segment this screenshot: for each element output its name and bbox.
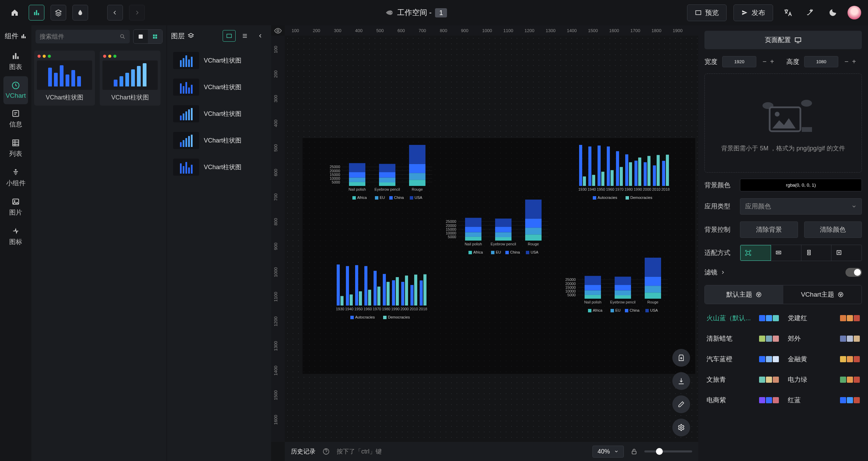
collapse-layer-panel-icon[interactable] <box>254 30 267 42</box>
svg-text:20000: 20000 <box>565 282 576 286</box>
layer-view-card[interactable] <box>223 30 236 42</box>
theme-党建红[interactable]: 党建红 <box>786 310 862 327</box>
clear-color-button[interactable]: 清除颜色 <box>804 221 862 238</box>
language-icon[interactable] <box>780 5 796 21</box>
bg-upload-zone[interactable]: 背景图需小于 5M ，格式为 png/jpg/gif 的文件 <box>704 73 862 173</box>
export-icon[interactable] <box>672 349 690 367</box>
zoom-slider[interactable] <box>644 450 692 452</box>
category-VChart[interactable]: VChart <box>3 76 28 104</box>
width-dec[interactable]: − <box>761 57 768 67</box>
canvas-chart-bar-stacked-3[interactable]: 500010000150002000025000Nail polishEyebr… <box>562 254 678 323</box>
clear-bg-button[interactable]: 清除背景 <box>740 221 798 238</box>
home-icon[interactable] <box>7 5 23 21</box>
category-小组件[interactable]: 小组件 <box>3 163 28 192</box>
layer-item[interactable]: VChart柱状图 <box>170 128 268 152</box>
magic-icon[interactable] <box>802 5 818 21</box>
visibility-icon[interactable] <box>274 27 282 35</box>
svg-rect-87 <box>526 251 529 254</box>
svg-rect-44 <box>409 173 425 180</box>
fit-mode-3[interactable] <box>801 245 832 261</box>
theme-汽车蓝橙[interactable]: 汽车蓝橙 <box>704 351 781 368</box>
canvas[interactable]: 500010000150002000025000Nail polishEyebr… <box>285 36 698 442</box>
layer-item[interactable]: VChart柱状图 <box>170 155 268 179</box>
svg-rect-100 <box>585 290 601 295</box>
svg-rect-188 <box>626 196 629 200</box>
theme-清新蜡笔[interactable]: 清新蜡笔 <box>704 330 781 347</box>
theme-文旅青[interactable]: 文旅青 <box>704 371 781 388</box>
canvas-chart-bar-years-2[interactable]: 1930194019501960197019801990200020102018… <box>565 141 682 210</box>
zoom-select[interactable]: 40% <box>592 446 624 458</box>
theme-电商紫[interactable]: 电商紫 <box>704 392 781 409</box>
svg-point-22 <box>277 30 279 32</box>
preview-button[interactable]: 预览 <box>687 4 727 21</box>
height-dec[interactable]: − <box>843 57 850 67</box>
layer-item[interactable]: VChart柱状图 <box>170 49 268 72</box>
width-inc[interactable]: + <box>769 57 775 67</box>
layer-item[interactable]: VChart柱状图 <box>170 75 268 99</box>
fit-mode-1[interactable] <box>740 245 771 261</box>
svg-rect-71 <box>495 237 512 241</box>
theme-toggle-icon[interactable] <box>825 5 841 21</box>
edit-icon[interactable] <box>672 395 690 413</box>
lock-icon[interactable] <box>631 448 638 455</box>
view-single-icon[interactable] <box>134 30 148 43</box>
svg-text:1940: 1940 <box>345 307 353 311</box>
canvas-chart-bar-stacked-2[interactable]: 500010000150002000025000Nail polishEyebr… <box>443 196 559 265</box>
publish-button[interactable]: 发布 <box>733 4 773 21</box>
category-图标[interactable]: 图标 <box>3 222 28 251</box>
droplet-icon[interactable] <box>72 5 88 21</box>
category-列表[interactable]: 列表 <box>3 134 28 163</box>
svg-rect-154 <box>383 316 387 319</box>
help-icon[interactable] <box>322 448 330 455</box>
layer-item[interactable]: VChart柱状图 <box>170 102 268 126</box>
fit-mode-4[interactable] <box>831 245 862 261</box>
fit-mode-2[interactable] <box>771 245 801 261</box>
height-inc[interactable]: + <box>851 57 857 67</box>
theme-火山蓝（默认...[interactable]: 火山蓝（默认... <box>704 310 781 327</box>
theme-金融黄[interactable]: 金融黄 <box>786 351 862 368</box>
svg-rect-34 <box>349 178 365 182</box>
avatar[interactable] <box>848 6 861 19</box>
filter-label[interactable]: 滤镜 <box>704 268 726 277</box>
category-图片[interactable]: 图片 <box>3 192 28 222</box>
search-input[interactable]: 搜索组件 <box>36 30 130 43</box>
height-input[interactable] <box>804 56 838 67</box>
svg-text:Nail polish: Nail polish <box>349 187 366 191</box>
svg-rect-175 <box>638 158 641 186</box>
undo-icon[interactable] <box>107 5 123 21</box>
filter-switch[interactable] <box>845 268 862 277</box>
component-card[interactable]: VChart柱状图 <box>100 51 160 106</box>
app-type-label: 应用类型 <box>704 202 734 211</box>
theme-电力绿[interactable]: 电力绿 <box>786 371 862 388</box>
bar-chart-icon[interactable] <box>29 5 44 21</box>
svg-rect-50 <box>375 196 378 200</box>
svg-point-206 <box>758 295 759 296</box>
svg-rect-35 <box>349 172 365 178</box>
view-grid-icon[interactable] <box>148 30 162 43</box>
category-信息[interactable]: 信息 <box>3 104 28 134</box>
category-图表[interactable]: 图表 <box>3 47 28 76</box>
canvas-chart-bar-stacked-1[interactable]: 500010000150002000025000Nail polishEyebr… <box>326 141 443 210</box>
history-label[interactable]: 历史记录 <box>291 447 316 456</box>
svg-rect-46 <box>409 145 425 164</box>
app-type-select[interactable]: 应用颜色 <box>740 198 862 215</box>
design-page[interactable]: 500010000150002000025000Nail polishEyebr… <box>303 138 695 374</box>
svg-text:1930: 1930 <box>578 187 587 191</box>
svg-text:Eyebrow pencil: Eyebrow pencil <box>610 300 636 304</box>
theme-tab-vchart[interactable]: VChart主题 <box>783 285 862 304</box>
theme-tab-default[interactable]: 默认主题 <box>705 285 783 304</box>
component-card[interactable]: VChart柱状图 <box>34 51 95 106</box>
svg-point-205 <box>759 294 760 294</box>
settings-icon[interactable] <box>672 419 690 436</box>
canvas-chart-bar-years-1[interactable]: 1930194019501960197019801990200020102018… <box>323 261 439 329</box>
svg-rect-102 <box>585 276 601 285</box>
bg-color-input[interactable] <box>740 179 862 191</box>
theme-郊外[interactable]: 郊外 <box>786 330 862 347</box>
layers-icon[interactable] <box>51 5 66 21</box>
layer-view-list[interactable] <box>238 30 251 42</box>
width-label: 宽度 <box>704 57 717 66</box>
theme-红蓝[interactable]: 红蓝 <box>786 392 862 409</box>
view-mode-toggle[interactable] <box>133 29 163 44</box>
download-icon[interactable] <box>672 372 690 390</box>
width-input[interactable] <box>722 56 756 67</box>
